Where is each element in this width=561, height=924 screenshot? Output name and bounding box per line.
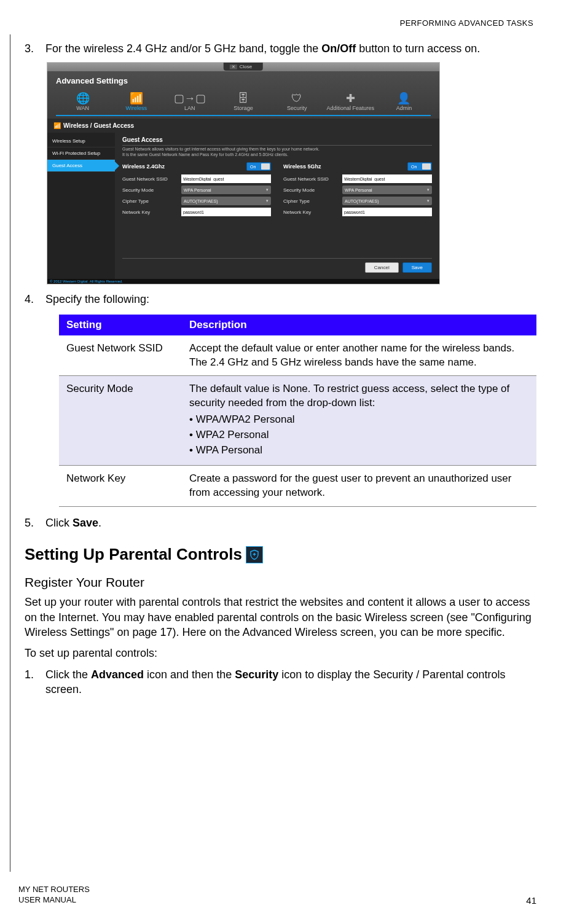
tab-label: Security [287, 105, 307, 111]
bullet: WPA2 Personal [189, 428, 529, 442]
step-list-2: 4. Specify the following: [25, 292, 536, 307]
tab-label: Wireless [125, 105, 147, 111]
step-text-pre: Click [45, 517, 73, 529]
section-desc-line1: Guest Network allows visitors to get int… [122, 147, 320, 151]
save-button[interactable]: Save [402, 262, 432, 273]
ui-body: Wireless Setup Wi-Fi Protected Setup Gue… [47, 133, 439, 279]
chevron-down-icon: ▾ [266, 198, 269, 203]
close-label: Close [240, 64, 252, 69]
cell-setting: Guest Network SSID [59, 335, 182, 376]
t: icon and then the [144, 668, 235, 681]
page-number: 41 [526, 895, 536, 906]
step-text-post: . [98, 517, 101, 529]
label-ssid: Guest Network SSID [283, 176, 339, 182]
input-key-5[interactable] [342, 208, 432, 216]
dropdown-value: AUTO(TKIP/AES) [345, 199, 379, 203]
bullet-list: WPA/WPA2 Personal WPA2 Personal WPA Pers… [189, 413, 529, 458]
section-heading-text: Setting Up Parental Controls [25, 545, 242, 564]
label-key: Network Key [283, 209, 339, 215]
b: Security [235, 668, 278, 681]
left-rule [10, 34, 10, 872]
row-cipher: Cipher Type AUTO(TKIP/AES)▾ [122, 197, 271, 205]
shield-icon: 🛡 [272, 93, 323, 104]
dropdown-cipher-5[interactable]: AUTO(TKIP/AES)▾ [342, 197, 432, 205]
step-number: 5. [25, 515, 34, 530]
dropdown-value: WPA Personal [184, 188, 211, 192]
close-strip[interactable]: ✕Close [224, 63, 263, 71]
tab-security[interactable]: 🛡Security [270, 89, 324, 115]
cell-desc-text: The default value is None. To restrict g… [189, 383, 509, 409]
tab-label: LAN [184, 105, 195, 111]
step-text-pre: For the wireless 2.4 GHz and/or 5 GHz ba… [45, 42, 321, 55]
step-text: Specify the following: [45, 293, 149, 305]
step-list-3: 5. Click Save. [25, 515, 536, 530]
label-security: Security Mode [283, 187, 339, 193]
row-security: Security Mode WPA Personal▾ [122, 186, 271, 194]
breadcrumb-title: 📶 Wireless / Guest Access [47, 119, 439, 133]
input-key-24[interactable] [181, 208, 271, 216]
table-row: Security Mode The default value is None.… [59, 376, 536, 466]
body-paragraph-2: To set up parental controls: [25, 646, 536, 660]
main-tabs: 🌐WAN 📶Wireless ▢→▢LAN 🗄Storage 🛡Security… [56, 89, 431, 116]
tab-wireless[interactable]: 📶Wireless [109, 89, 163, 115]
row-security: Security Mode WPA Personal▾ [283, 186, 432, 194]
toggle-24ghz[interactable]: On [246, 162, 271, 171]
wireless-columns: Wireless 2.4Ghz On Guest Network SSID Se… [122, 162, 432, 219]
copyright: © 2012 Western Digital. All Rights Reser… [47, 279, 439, 284]
col-title: Wireless 5Ghz [283, 163, 402, 170]
dropdown-cipher-24[interactable]: AUTO(TKIP/AES)▾ [181, 197, 271, 205]
plus-gear-icon: ✚ [325, 93, 376, 104]
col-head: Wireless 2.4Ghz On [122, 162, 271, 171]
label-security: Security Mode [122, 187, 178, 193]
step-number: 1. [25, 667, 34, 682]
step-text-bold: Save [73, 517, 98, 529]
tab-admin[interactable]: 👤Admin [377, 89, 431, 115]
section-title: Guest Access [122, 136, 432, 146]
lan-icon: ▢→▢ [164, 93, 215, 104]
step-5: 5. Click Save. [25, 515, 536, 530]
wifi-icon: 📶 [111, 93, 162, 104]
label-cipher: Cipher Type [122, 198, 178, 204]
step-number: 3. [25, 41, 34, 56]
toggle-5ghz[interactable]: On [407, 162, 432, 171]
step-3: 3. For the wireless 2.4 GHz and/or 5 GHz… [25, 41, 536, 56]
table-row: Network Key Create a password for the gu… [59, 466, 536, 507]
b: Advanced [91, 668, 144, 681]
input-ssid-5[interactable] [342, 174, 432, 183]
step-text-bold: On/Off [321, 42, 356, 55]
input-ssid-24[interactable] [181, 174, 271, 183]
dropdown-security-24[interactable]: WPA Personal▾ [181, 186, 271, 194]
col-head: Wireless 5Ghz On [283, 162, 432, 171]
dropdown-security-5[interactable]: WPA Personal▾ [342, 186, 432, 194]
sub-heading: Register Your Router [25, 575, 536, 590]
close-icon[interactable]: ✕ [230, 65, 237, 69]
ui-header-title: Advanced Settings [56, 76, 431, 85]
t: Click the [45, 668, 91, 681]
step-4: 4. Specify the following: [25, 292, 536, 307]
step-number: 4. [25, 292, 34, 307]
tab-lan[interactable]: ▢→▢LAN [163, 89, 216, 115]
sidebar-item-guest-access[interactable]: Guest Access [47, 160, 115, 172]
section-desc-line2: It is the same Guest Network Name and Pa… [122, 152, 288, 157]
tab-label: WAN [76, 105, 89, 111]
sidebar-item-wireless-setup[interactable]: Wireless Setup [47, 135, 115, 147]
tab-additional[interactable]: ✚Additional Features [324, 89, 377, 115]
step-text-post: button to turn access on. [356, 42, 480, 55]
cell-setting: Network Key [59, 466, 182, 507]
person-icon: 👤 [379, 93, 430, 104]
row-key: Network Key [122, 208, 271, 216]
cancel-button[interactable]: Cancel [365, 262, 399, 273]
cell-desc: Create a password for the guest user to … [182, 466, 536, 507]
chevron-down-icon: ▾ [427, 187, 430, 192]
row-cipher: Cipher Type AUTO(TKIP/AES)▾ [283, 197, 432, 205]
tab-storage[interactable]: 🗄Storage [216, 89, 270, 115]
col-5ghz: Wireless 5Ghz On Guest Network SSID Secu… [283, 162, 432, 219]
bullet: WPA/WPA2 Personal [189, 413, 529, 427]
tab-wan[interactable]: 🌐WAN [56, 89, 109, 115]
breadcrumb-text: Wireless / Guest Access [63, 122, 134, 129]
sidebar-item-wps[interactable]: Wi-Fi Protected Setup [47, 147, 115, 160]
chevron-down-icon: ▾ [427, 198, 430, 203]
step-list: 3. For the wireless 2.4 GHz and/or 5 GHz… [25, 41, 536, 56]
body-paragraph-1: Set up your router with parental control… [25, 595, 536, 640]
wifi-small-icon: 📶 [53, 122, 61, 129]
